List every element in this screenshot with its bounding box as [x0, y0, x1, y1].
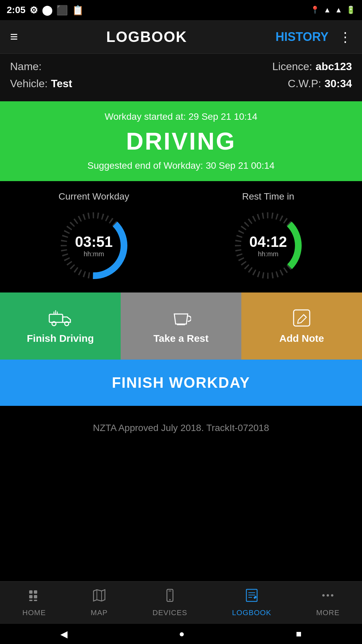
- current-workday-label: Current Workday: [58, 191, 129, 202]
- svg-point-29: [327, 594, 329, 597]
- svg-rect-13: [29, 590, 33, 594]
- svg-rect-15: [29, 595, 33, 598]
- status-time: 2:05: [7, 5, 25, 15]
- add-note-label: Add Note: [279, 333, 324, 344]
- battery-icon: 🔋: [346, 6, 355, 14]
- nav-home-label: HOME: [22, 608, 46, 617]
- rest-time-value: 04:12: [249, 233, 287, 250]
- gauges-section: Current Workday 03:51 hh:mm Rest Time in: [0, 181, 362, 292]
- logbook-icon: [245, 588, 259, 606]
- svg-rect-11: [294, 310, 310, 326]
- licence-value: abc123: [315, 60, 352, 73]
- current-workday-gauge: Current Workday 03:51 hh:mm: [57, 191, 131, 282]
- nav-devices-label: DEVICES: [153, 608, 187, 617]
- current-workday-unit: hh:mm: [75, 250, 113, 258]
- current-workday-center: 03:51 hh:mm: [75, 233, 113, 258]
- nav-devices[interactable]: DEVICES: [153, 588, 187, 617]
- status-bar: 2:05 ⚙ ⬤ ⬛ 📋 📍 ▲ ▲ 🔋: [0, 0, 362, 20]
- svg-point-23: [169, 599, 171, 600]
- cup-icon: [171, 308, 191, 328]
- back-button[interactable]: ◀: [60, 629, 68, 640]
- vehicle-value: Test: [51, 77, 72, 90]
- menu-button[interactable]: ≡: [10, 29, 18, 44]
- home-button[interactable]: ●: [179, 629, 185, 639]
- note-icon: [292, 308, 312, 328]
- bottom-nav: HOME MAP DEVICES: [0, 581, 362, 624]
- info-section: Name: Licence: abc123 Vehicle: Test C.W.…: [0, 54, 362, 101]
- devices-icon: [163, 588, 177, 606]
- nav-logbook[interactable]: LOGBOOK: [232, 588, 271, 617]
- app-title: LOGBOOK: [106, 29, 187, 45]
- svg-rect-4: [49, 314, 63, 322]
- rest-time-unit: hh:mm: [249, 250, 287, 258]
- take-rest-button[interactable]: Take a Rest: [121, 292, 241, 360]
- history-button[interactable]: HISTORY: [276, 30, 328, 44]
- footer-note: NZTA Approved July 2018. TrackIt-072018: [0, 406, 362, 443]
- cwp-label: C.W.P:: [288, 77, 321, 90]
- more-icon: [321, 588, 335, 606]
- svg-point-30: [331, 594, 334, 597]
- info-row-vehicle: Vehicle: Test C.W.P: 30:34: [10, 77, 352, 90]
- rest-time-dial: 04:12 hh:mm: [231, 209, 305, 282]
- clipboard-icon: 📋: [72, 5, 84, 16]
- nzta-approved-text: NZTA Approved July 2018. TrackIt-072018: [93, 423, 269, 433]
- finish-driving-button[interactable]: Finish Driving: [0, 292, 121, 360]
- workday-start-text: Workday started at: 29 Sep 21 10:14: [7, 111, 355, 122]
- nav-more[interactable]: MORE: [316, 588, 340, 617]
- nav-map-label: MAP: [91, 608, 108, 617]
- name-label: Name:: [10, 60, 42, 73]
- settings-icon: ⚙: [29, 5, 38, 16]
- wifi-icon: ▲: [323, 6, 331, 14]
- rest-time-center: 04:12 hh:mm: [249, 233, 287, 258]
- svg-line-12: [304, 315, 306, 317]
- truck-icon: [49, 308, 72, 328]
- finish-driving-label: Finish Driving: [27, 333, 94, 344]
- location-icon: 📍: [310, 6, 319, 14]
- licence-label: Licence:: [272, 60, 312, 73]
- nav-home[interactable]: HOME: [22, 588, 46, 617]
- nav-more-label: MORE: [316, 608, 340, 617]
- signal-icon: ▲: [335, 6, 342, 14]
- take-rest-label: Take a Rest: [154, 333, 209, 344]
- svg-rect-18: [34, 600, 37, 601]
- nav-map[interactable]: MAP: [91, 588, 108, 617]
- nav-logbook-label: LOGBOOK: [232, 608, 271, 617]
- rest-time-label: Rest Time in: [242, 191, 294, 202]
- more-options-button[interactable]: ⋮: [339, 29, 352, 45]
- finish-workday-button[interactable]: FINISH WORKDAY: [0, 360, 362, 406]
- driving-status: DRIVING: [7, 127, 355, 155]
- current-workday-time: 03:51: [75, 233, 113, 250]
- map-icon: [92, 588, 106, 606]
- circle-icon: ⬤: [42, 5, 52, 16]
- current-workday-dial: 03:51 hh:mm: [57, 209, 131, 282]
- cwp-value: 30:34: [324, 77, 352, 90]
- workday-end-text: Suggested end of Workday: 30 Sep 21 00:1…: [7, 160, 355, 171]
- svg-point-28: [322, 594, 325, 597]
- app-bar: ≡ LOGBOOK HISTORY ⋮: [0, 20, 362, 54]
- rest-time-gauge: Rest Time in 04:12 hh:mm: [231, 191, 305, 282]
- actions-section: Finish Driving Take a Rest Add Note: [0, 292, 362, 360]
- add-note-button[interactable]: Add Note: [241, 292, 362, 360]
- svg-rect-14: [34, 590, 37, 594]
- square-icon: ⬛: [56, 5, 68, 16]
- status-banner: Workday started at: 29 Sep 21 10:14 DRIV…: [0, 101, 362, 181]
- vehicle-label: Vehicle:: [10, 77, 48, 90]
- recent-apps-button[interactable]: ■: [296, 629, 302, 639]
- android-nav-bar: ◀ ● ■: [0, 624, 362, 644]
- svg-rect-16: [34, 595, 37, 598]
- home-icon: [27, 588, 41, 606]
- info-row-name: Name: Licence: abc123: [10, 60, 352, 73]
- svg-rect-17: [29, 600, 33, 601]
